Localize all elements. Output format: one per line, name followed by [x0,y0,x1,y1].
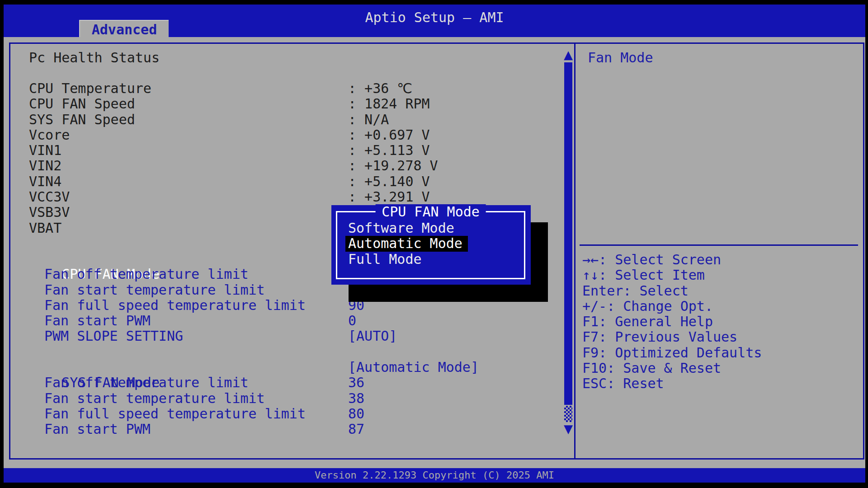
health-row-label: VIN1 [29,143,61,158]
cpu-fan-settings-list: Fan off temperature limitFan start tempe… [29,267,306,344]
key-legend-item: F7: Previous Values [582,329,762,345]
health-row-label: CPU Temperature [29,81,151,96]
sys-fan-setting-row-value: 38 [348,391,364,406]
health-row: CPU FAN Speed: 1824 RPM [29,96,151,112]
sys-fan-setting-row-label: Fan start temperature limit [29,391,265,406]
health-row-label: Vcore [29,127,70,143]
sys-fan-setting-row-value: 36 [348,375,364,390]
section-title: Pc Health Status [29,50,160,66]
health-row-value: : +5.113 V [348,143,430,158]
version-bar: Version 2.22.1293 Copyright (C) 2025 AMI [4,468,865,483]
sys-fan-setting-row-label: Fan full speed temperature limit [29,406,306,422]
health-row-label: VCC3V [29,189,70,205]
scroll-up-icon[interactable]: ▲ [563,49,573,61]
cpu-fan-setting-row[interactable]: Fan full speed temperature limit90 [29,298,306,313]
sys-fan-section: SYS FAN Mode [Automatic Mode] Fan off te… [29,360,306,437]
cpu-fan-mode-popup: CPU FAN Mode Software ModeAutomatic Mode… [331,205,531,285]
health-row-value: : +5.140 V [348,174,430,189]
health-row-value: : +0.697 V [348,127,430,143]
health-row-label: CPU FAN Speed [29,96,135,112]
scrollbar-thumb[interactable] [564,406,572,422]
sys-fan-setting-row-value: 80 [348,406,364,422]
tab-advanced[interactable]: Advanced [79,20,169,37]
cpu-fan-mode-item[interactable]: CPU FAN Mode [29,251,306,267]
scrollbar-track[interactable] [564,62,572,405]
sys-fan-mode-item[interactable]: SYS FAN Mode [Automatic Mode] [29,360,306,375]
health-row: VIN2: +19.278 V [29,158,151,174]
key-legend-item: →←: Select Screen [582,252,762,267]
sys-fan-mode-value: [Automatic Mode] [348,360,479,375]
sys-fan-setting-row[interactable]: Fan start PWM87 [29,422,306,437]
sys-fan-setting-row-label: Fan off temperature limit [29,375,249,390]
popup-option-list: Software ModeAutomatic ModeFull Mode [348,221,468,267]
key-legend-item: F10: Save & Reset [582,361,762,376]
key-legend-item: ↑↓: Select Item [582,267,762,283]
cpu-fan-setting-row-label: Fan start temperature limit [29,282,265,298]
cpu-fan-setting-row[interactable]: Fan start temperature limit [29,282,306,298]
health-row: CPU Temperature: +36 ℃ [29,81,151,96]
health-row-value: : +19.278 V [348,158,438,174]
sys-fan-setting-row[interactable]: Fan start temperature limit38 [29,391,306,406]
cpu-fan-setting-row[interactable]: Fan start PWM0 [29,313,306,328]
cpu-fan-setting-row-label: Fan full speed temperature limit [29,298,306,313]
health-row: VIN1: +5.113 V [29,143,151,158]
health-row: VSB3V [29,205,151,220]
sys-fan-setting-row-value: 87 [348,422,364,437]
health-status-list: CPU Temperature: +36 ℃CPU FAN Speed: 182… [29,81,151,236]
health-row-value: : N/A [348,112,389,127]
health-row: VIN4: +5.140 V [29,174,151,189]
scrollbar: ▲ ▼ [563,48,573,437]
cpu-fan-section: CPU FAN Mode Fan off temperature limitFa… [29,251,306,344]
popup-option-selected[interactable]: Automatic Mode [345,236,468,251]
health-row-label: VSB3V [29,205,70,220]
sys-fan-setting-row[interactable]: Fan full speed temperature limit80 [29,406,306,422]
health-row-value: : 1824 RPM [348,96,430,112]
sys-fan-settings-list: Fan off temperature limit36Fan start tem… [29,375,306,437]
cpu-fan-setting-row-label: Fan start PWM [29,313,151,328]
popup-title: CPU FAN Mode [375,204,486,220]
health-row-label: SYS FAN Speed [29,112,135,127]
cpu-fan-setting-row-label: PWM SLOPE SETTING [29,328,183,344]
health-row: VBAT [29,221,151,236]
health-row-value: : +3.291 V [348,189,430,205]
key-legend: →←: Select Screen↑↓: Select ItemEnter: S… [582,252,762,392]
help-text: Fan Mode [588,50,653,66]
health-row-label: VIN4 [29,174,61,189]
key-legend-item: +/-: Change Opt. [582,299,762,314]
panel-divider [574,42,576,460]
key-legend-item: ESC: Reset [582,376,762,391]
cpu-fan-setting-row-value: 0 [348,313,356,328]
health-row-label: VBAT [29,221,61,236]
cpu-fan-setting-row-value: [AUTO] [348,328,397,344]
key-legend-item: F1: General Help [582,314,762,329]
popup-option[interactable]: Full Mode [348,252,468,267]
health-row: Vcore: +0.697 V [29,127,151,143]
health-row: SYS FAN Speed: N/A [29,112,151,127]
key-legend-item: F9: Optimized Defaults [582,345,762,361]
sys-fan-setting-row-label: Fan start PWM [29,422,151,437]
cpu-fan-setting-row[interactable]: PWM SLOPE SETTING[AUTO] [29,328,306,344]
health-row-value: : +36 ℃ [348,81,412,96]
health-row-label: VIN2 [29,158,61,174]
help-divider [580,244,858,246]
sys-fan-setting-row[interactable]: Fan off temperature limit36 [29,375,306,390]
key-legend-item: Enter: Select [582,283,762,299]
scroll-down-icon[interactable]: ▼ [563,423,573,435]
cpu-fan-setting-row-label: Fan off temperature limit [29,267,249,282]
cpu-fan-setting-row[interactable]: Fan off temperature limit [29,267,306,282]
popup-option[interactable]: Software Mode [348,221,468,236]
health-row: VCC3V: +3.291 V [29,189,151,205]
